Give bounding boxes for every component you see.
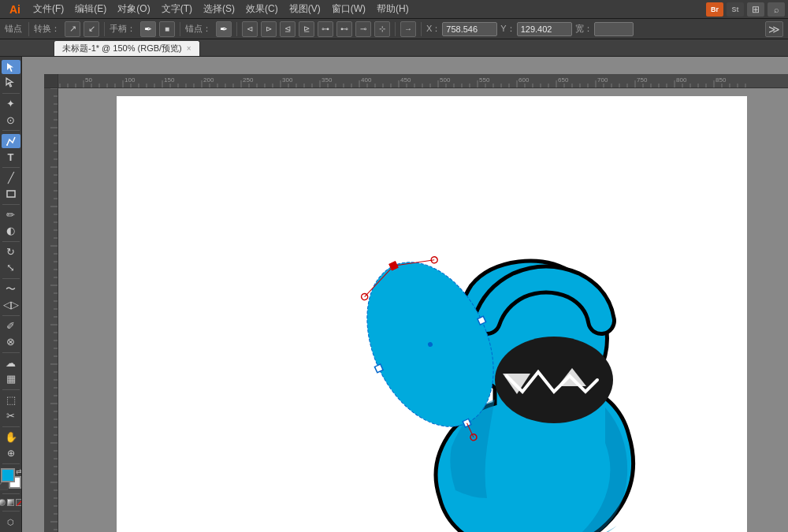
zoom-tool-btn[interactable]: ⊕ (2, 446, 20, 460)
ruler-corner (44, 74, 58, 88)
gradient-mode-btn[interactable] (7, 499, 14, 506)
blend-tool-btn[interactable]: ⊗ (2, 335, 20, 349)
svg-text:50: 50 (85, 76, 92, 84)
handle-btn-square[interactable]: ■ (159, 21, 175, 37)
anchor-status-label: 锚点 (5, 23, 22, 35)
color-mode-btn[interactable] (0, 499, 6, 506)
align-left-btn[interactable]: ⊲ (242, 21, 258, 37)
menu-select[interactable]: 选择(S) (199, 1, 240, 17)
svg-text:200: 200 (203, 76, 214, 84)
symbol-sprayer-tool-btn[interactable]: ☁ (2, 356, 20, 370)
eyedropper-tool-btn[interactable]: ✐ (2, 319, 20, 333)
x-label: X： (426, 23, 440, 35)
artwork-container (117, 96, 747, 532)
tab-close-btn[interactable]: × (187, 44, 191, 53)
rotate-tool-btn[interactable]: ↻ (2, 245, 20, 259)
search-icon[interactable]: ⌕ (768, 2, 785, 17)
color-mode-group (0, 497, 22, 508)
align-right-btn[interactable]: ⊴ (280, 21, 296, 37)
dist-v-btn[interactable]: ⊹ (374, 21, 390, 37)
color-area: ⇄ ⬛ (0, 467, 22, 490)
y-input[interactable]: 129.402 (517, 22, 572, 36)
dist-h-btn[interactable]: ⊸ (355, 21, 371, 37)
svg-text:850: 850 (716, 76, 727, 84)
menu-help[interactable]: 帮助(H) (372, 1, 414, 17)
bridge-icon[interactable]: Br (706, 2, 723, 17)
main-area: ✦ ⊙ T ╱ ✏ ◐ ↻ ⤡ 〜 ◁▷ ✐ ⊗ ☁ ▦ ⬚ ✂ ✋ ⊕ (0, 57, 788, 532)
menu-effect[interactable]: 效果(C) (241, 1, 283, 17)
none-mode-btn[interactable] (16, 499, 22, 506)
direct-select-tool-btn[interactable] (2, 76, 20, 90)
convert-btn-1[interactable]: ↗ (65, 21, 80, 37)
hand-tool-btn[interactable]: ✋ (2, 430, 20, 445)
menu-edit[interactable]: 编辑(E) (70, 1, 111, 17)
pen-tool-btn[interactable] (2, 134, 20, 148)
menu-object[interactable]: 对象(O) (113, 1, 154, 17)
tool-sep-7 (2, 315, 20, 316)
default-colors-btn[interactable]: ⬛ (0, 482, 8, 490)
svg-rect-110 (44, 88, 58, 532)
tab-bar: 未标题-1* @ 150% (RGB/预览) × (0, 39, 788, 57)
canvas-area[interactable]: 5010015020025030035040045050055060065070… (22, 57, 788, 532)
separator-2 (104, 22, 105, 36)
menu-view[interactable]: 视图(V) (284, 1, 325, 17)
menu-text[interactable]: 文字(T) (157, 1, 197, 17)
menu-file[interactable]: 文件(F) (28, 1, 69, 17)
width-tool-btn[interactable]: ◁▷ (2, 298, 20, 312)
more-options-btn[interactable]: ≫ (765, 21, 783, 37)
align-top-btn[interactable]: ⊵ (299, 21, 314, 37)
svg-text:100: 100 (125, 76, 136, 84)
vertical-ruler (44, 88, 58, 532)
warp-tool-btn[interactable]: 〜 (2, 282, 20, 296)
tool-sep-6 (2, 278, 20, 279)
foreground-color-swatch[interactable] (1, 468, 15, 482)
separator-1 (28, 22, 29, 36)
tool-sep-4 (2, 204, 20, 205)
slice-tool-btn[interactable]: ✂ (2, 409, 20, 423)
color-swatches[interactable]: ⇄ ⬛ (1, 468, 21, 489)
tool-sep-5 (2, 241, 20, 242)
tool-sep-9 (2, 389, 20, 390)
lasso-tool-btn[interactable]: ⊙ (2, 113, 20, 127)
w-input[interactable] (594, 22, 634, 36)
tab-title: 未标题-1* @ 150% (RGB/预览) (62, 43, 182, 54)
magic-wand-tool-btn[interactable]: ✦ (2, 97, 20, 111)
grid-icon[interactable]: ⊞ (747, 2, 764, 17)
scale-tool-btn[interactable]: ⤡ (2, 261, 20, 275)
tool-sep-2 (2, 130, 20, 131)
align-bottom-btn[interactable]: ⊷ (336, 21, 352, 37)
horizontal-ruler: 5010015020025030035040045050055060065070… (44, 74, 788, 88)
align-center-btn[interactable]: ⊳ (261, 21, 277, 37)
svg-text:800: 800 (676, 76, 687, 84)
rect-tool-btn[interactable] (2, 187, 20, 201)
blob-brush-tool-btn[interactable]: ◐ (2, 224, 20, 238)
separator-4 (236, 22, 237, 36)
tool-sep-10 (2, 426, 20, 427)
x-input[interactable]: 758.546 (442, 22, 497, 36)
type-tool-btn[interactable]: T (2, 150, 20, 164)
y-value: 129.402 (521, 24, 552, 34)
anchor-btn[interactable]: ✒ (216, 21, 232, 37)
convert-btn-2[interactable]: ↙ (84, 21, 99, 37)
dir-arrow-btn[interactable]: → (400, 21, 416, 37)
svg-text:600: 600 (519, 76, 530, 84)
menu-window[interactable]: 窗口(W) (327, 1, 370, 17)
tool-sep-3 (2, 167, 20, 168)
paint-brush-tool-btn[interactable]: ✏ (2, 208, 20, 222)
align-middle-btn[interactable]: ⊶ (318, 21, 333, 37)
select-tool-btn[interactable] (2, 60, 20, 74)
artboard-tool-btn[interactable]: ⬚ (2, 393, 20, 407)
line-tool-btn[interactable]: ╱ (2, 171, 20, 185)
swap-colors-btn[interactable]: ⇄ (16, 467, 22, 475)
svg-text:650: 650 (558, 76, 569, 84)
column-graph-tool-btn[interactable]: ▦ (2, 372, 20, 386)
tool-sep-11 (2, 463, 20, 464)
separator-5 (395, 22, 396, 36)
svg-point-0 (6, 144, 8, 146)
draw-inside-btn[interactable]: ⬡ (2, 515, 20, 529)
handle-btn-pen[interactable]: ✒ (140, 21, 156, 37)
document-tab[interactable]: 未标题-1* @ 150% (RGB/预览) × (54, 40, 200, 56)
stock-icon[interactable]: St (727, 2, 744, 17)
separator-3 (180, 22, 180, 36)
left-toolbar: ✦ ⊙ T ╱ ✏ ◐ ↻ ⤡ 〜 ◁▷ ✐ ⊗ ☁ ▦ ⬚ ✂ ✋ ⊕ (0, 57, 22, 532)
